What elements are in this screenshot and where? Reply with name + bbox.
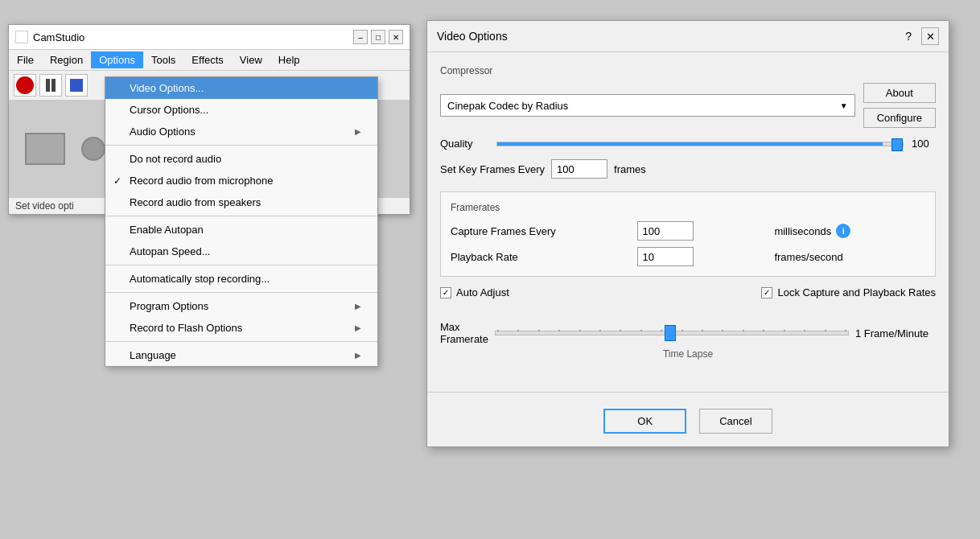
menu-region[interactable]: Region — [42, 51, 91, 68]
dialog-title: Video Options — [437, 30, 508, 43]
language-label: Language — [130, 349, 176, 361]
keyframes-input[interactable] — [551, 159, 607, 179]
ok-button[interactable]: OK — [603, 409, 686, 434]
autopan-speed-label: Autopan Speed... — [130, 245, 210, 257]
framerate-slider-value: 1 Frame/Minute — [855, 327, 936, 339]
separator-3 — [105, 265, 377, 265]
compressor-row: Cinepak Codec by Radius ▼ About Configur… — [440, 83, 936, 128]
video-options-label: Video Options... — [130, 82, 204, 94]
compressor-select[interactable]: Cinepak Codec by Radius ▼ — [440, 94, 855, 117]
title-bar-controls: – □ ✕ — [353, 30, 403, 44]
dialog-close-button[interactable]: ✕ — [921, 27, 939, 45]
menu-options[interactable]: Options — [91, 51, 143, 68]
help-button[interactable]: ? — [905, 30, 912, 43]
dialog-title-bar: Video Options ? ✕ — [427, 21, 949, 52]
mic-audio-label: Record audio from microphone — [130, 175, 273, 187]
separator-2 — [105, 216, 377, 216]
menu-autopan-speed[interactable]: Autopan Speed... — [105, 241, 377, 262]
framerates-title: Framerates — [451, 202, 925, 213]
playback-rate-input[interactable] — [637, 247, 694, 266]
restore-button[interactable]: □ — [371, 30, 385, 44]
quality-slider[interactable] — [496, 142, 904, 146]
status-text: Set video opti — [15, 200, 74, 212]
separator-1 — [105, 145, 377, 146]
stop-icon — [70, 79, 83, 92]
flash-options-label: Record to Flash Options — [130, 322, 242, 334]
compressor-dropdown-arrow: ▼ — [840, 101, 848, 110]
framerate-slider[interactable] — [495, 331, 849, 335]
configure-button[interactable]: Configure — [863, 108, 936, 128]
playback-label: Playback Rate — [451, 251, 631, 263]
quality-value: 100 — [912, 138, 936, 150]
time-lapse-label: Time Lapse — [440, 348, 936, 360]
framerates-section: Framerates Capture Frames Every millisec… — [440, 191, 936, 277]
menu-mic-audio[interactable]: ✓ Record audio from microphone — [105, 170, 377, 191]
program-options-arrow: ▶ — [355, 302, 361, 311]
menu-audio-options[interactable]: Audio Options ▶ — [105, 121, 377, 142]
language-arrow: ▶ — [355, 351, 361, 360]
lock-capture-row: ✓ Lock Capture and Playback Rates — [761, 286, 936, 298]
menu-effects[interactable]: Effects — [183, 51, 232, 68]
lock-capture-checkbox[interactable]: ✓ — [761, 287, 772, 298]
about-button[interactable]: About — [863, 83, 936, 103]
camera-icon — [25, 133, 65, 165]
menu-help[interactable]: Help — [270, 51, 308, 68]
max-framerate-section: Max Framerate 1 Frame/Minute Ti — [440, 321, 936, 360]
dialog-separator — [427, 392, 949, 393]
record-toolbar-btn[interactable] — [14, 74, 36, 97]
auto-adjust-label: Auto Adjust — [456, 286, 509, 298]
menu-tools[interactable]: Tools — [143, 51, 183, 68]
menu-no-audio[interactable]: Do not record audio — [105, 148, 377, 170]
check-icon: ✓ — [113, 175, 121, 187]
pause-icon — [46, 79, 56, 92]
menu-flash-options[interactable]: Record to Flash Options ▶ — [105, 317, 377, 339]
dialog-footer: OK Cancel — [427, 399, 949, 446]
title-bar: CamStudio – □ ✕ — [9, 25, 410, 50]
separator-5 — [105, 341, 377, 342]
flash-options-arrow: ▶ — [355, 323, 361, 332]
menu-speaker-audio[interactable]: Record audio from speakers — [105, 191, 377, 213]
dialog-body: Compressor Cinepak Codec by Radius ▼ Abo… — [427, 52, 949, 385]
quality-slider-fill — [497, 142, 883, 146]
program-options-label: Program Options — [130, 300, 208, 312]
playback-unit: frames/second — [774, 251, 925, 263]
capture-frames-input[interactable] — [637, 221, 694, 241]
menu-video-options[interactable]: Video Options... — [105, 77, 377, 99]
audio-options-label: Audio Options — [130, 125, 196, 138]
auto-stop-label: Automatically stop recording... — [130, 273, 270, 285]
auto-adjust-checkbox[interactable]: ✓ — [440, 287, 451, 298]
menu-file[interactable]: File — [9, 51, 42, 68]
menu-bar: File Region Options Tools Effects View H… — [9, 50, 410, 71]
info-icon[interactable]: i — [836, 224, 850, 238]
framerate-slider-thumb[interactable] — [665, 325, 676, 341]
quality-row: Quality 100 — [440, 138, 936, 150]
menu-autopan[interactable]: Enable Autopan — [105, 219, 377, 241]
close-button[interactable]: ✕ — [389, 30, 403, 44]
framerate-slider-row: Max Framerate 1 Frame/Minute — [440, 321, 936, 345]
dialog-controls: ? ✕ — [905, 27, 939, 45]
max-framerate-label: Max Framerate — [440, 321, 488, 345]
keyframes-unit: frames — [614, 163, 646, 175]
cancel-button[interactable]: Cancel — [699, 409, 772, 434]
framerates-grid: Capture Frames Every milliseconds i Play… — [451, 221, 925, 266]
minimize-button[interactable]: – — [353, 30, 368, 44]
max-framerate-label-line2: Framerate — [440, 333, 488, 345]
menu-auto-stop[interactable]: Automatically stop recording... — [105, 268, 377, 290]
app-title: CamStudio — [33, 31, 84, 43]
no-audio-label: Do not record audio — [130, 153, 221, 165]
menu-language[interactable]: Language ▶ — [105, 344, 377, 366]
stop-toolbar-btn[interactable] — [65, 74, 88, 97]
side-buttons: About Configure — [863, 83, 936, 128]
menu-cursor-options[interactable]: Cursor Options... — [105, 99, 377, 121]
pause-toolbar-btn[interactable] — [39, 74, 62, 97]
menu-program-options[interactable]: Program Options ▶ — [105, 295, 377, 317]
compressor-label: Compressor — [440, 65, 936, 76]
title-bar-left: CamStudio — [15, 31, 84, 43]
menu-view[interactable]: View — [232, 51, 270, 68]
video-options-dialog: Video Options ? ✕ Compressor Cinepak Cod… — [426, 20, 949, 447]
keyframes-row: Set Key Frames Every frames — [440, 159, 936, 179]
quality-slider-thumb[interactable] — [891, 138, 903, 151]
app-icon — [15, 31, 28, 43]
options-dropdown-menu: Video Options... Cursor Options... Audio… — [105, 76, 378, 367]
speaker-audio-label: Record audio from speakers — [130, 196, 261, 208]
